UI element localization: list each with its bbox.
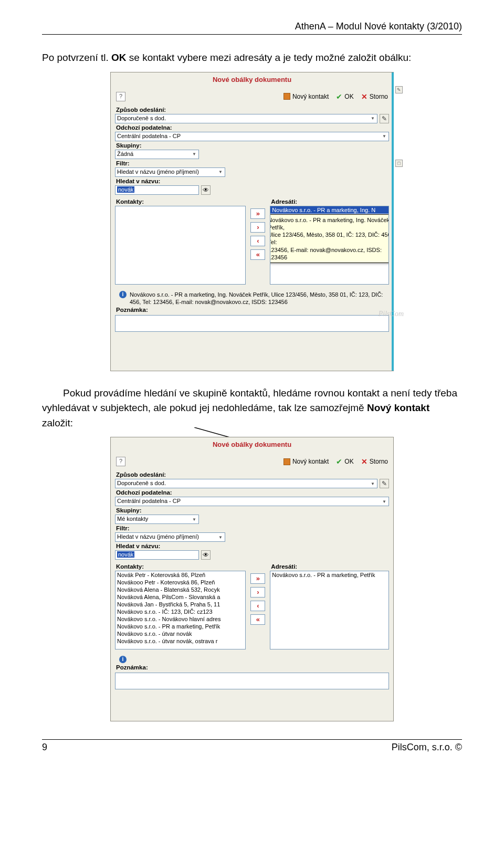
podatelna-select[interactable]: Centrální podatelna - CP ▼ (115, 497, 389, 506)
filtr-select[interactable]: Hledat v názvu (jméno příjmení) ▼ (115, 167, 225, 177)
move-all-right-button[interactable]: » (250, 208, 265, 219)
help-icon[interactable]: ? (116, 457, 125, 466)
chevron-down-icon: ▼ (190, 515, 198, 523)
ok-label: OK (344, 458, 353, 465)
list-item[interactable]: Novák Petr - Koterovská 86, Plzeň (116, 571, 245, 579)
cancel-button[interactable]: ✕ Storno (361, 93, 388, 100)
search-input[interactable]: novák (115, 550, 199, 560)
kontakty-header: Kontakty: (115, 197, 246, 206)
chevron-down-icon: ▼ (380, 497, 388, 506)
adresati-listbox[interactable]: Novákovo s.r.o. - PR a marketing, Ing. N… (270, 206, 389, 285)
list-item[interactable]: Novákovo s.r.o. - PR a marketing, Petřík (116, 623, 245, 630)
folder-icon[interactable]: □ (395, 160, 403, 167)
screenshot-1: ✎ □ Nové obálky dokumentu ? Nový kontakt… (42, 72, 462, 371)
move-buttons: » › ‹ « (249, 562, 267, 649)
page-number: 9 (42, 742, 47, 753)
filtr-label: Filtr: (115, 159, 389, 167)
help-icon[interactable]: ? (116, 92, 125, 101)
list-item[interactable]: Novákovo s.r.o. - PR a marketing, Ing. N (270, 206, 388, 214)
podatelna-value: Centrální podatelna - CP (117, 133, 181, 139)
screenshot-2: Nové obálky dokumentu ? Nový kontakt ✔ O… (42, 437, 462, 721)
move-left-button[interactable]: ‹ (250, 601, 265, 611)
p1-bold: OK (111, 52, 127, 63)
podatelna-select[interactable]: Centrální podatelna - CP ▼ (115, 132, 389, 141)
ok-button[interactable]: ✔ OK (336, 458, 353, 465)
poznamka-textarea[interactable] (115, 315, 389, 332)
filtr-value: Hledat v názvu (jméno příjmení) (117, 533, 199, 540)
adresati-header: Adresáti: (270, 197, 389, 206)
new-contact-icon (284, 93, 290, 100)
skupiny-label: Skupiny: (115, 141, 389, 150)
list-item[interactable]: Novákovo s.r.o. - PR a marketing, Petřík (270, 571, 388, 579)
list-item[interactable]: Novákovo s.r.o. - IČ: 123, DIČ: cz123 (116, 608, 245, 615)
info-icon: i (119, 656, 127, 663)
move-all-left-button[interactable]: « (250, 614, 265, 625)
hledat-label: Hledat v názvu: (115, 177, 389, 185)
skupiny-value: Žádná (117, 151, 133, 157)
list-item[interactable]: Novákovo s.r.o. - útvar novák, ostrava r (116, 637, 245, 645)
zpusob-edit-button[interactable]: ✎ (380, 114, 389, 123)
page-header: AthenA – Modul Nové kontakty (3/2010) (42, 21, 462, 35)
hledat-label: Hledat v názvu: (115, 542, 389, 550)
tooltip-line: Novákovo s.r.o. - PR a marketing, Ing. N… (270, 216, 389, 232)
zpusob-label: Způsob odeslání: (115, 106, 389, 114)
tooltip: Novákovo s.r.o. - PR a marketing, Ing. N… (270, 214, 389, 264)
new-contact-button[interactable]: Nový kontakt (284, 458, 329, 465)
kontakty-listbox[interactable]: Novák Petr - Koterovská 86, PlzeňNovákoo… (115, 571, 246, 649)
toolbar: ? Nový kontakt ✔ OK ✕ Storno (111, 91, 393, 104)
new-contact-label: Nový kontakt (292, 93, 329, 100)
new-contact-button[interactable]: Nový kontakt (284, 93, 329, 100)
filtr-select[interactable]: Hledat v názvu (jméno příjmení) ▼ (115, 532, 225, 542)
list-item[interactable]: Nováková Alena, PilsCom - Slovanská a (116, 593, 245, 601)
move-all-left-button[interactable]: « (250, 249, 265, 260)
check-icon: ✔ (336, 458, 342, 465)
page-footer: 9 PilsCom, s.r.o. © (42, 739, 462, 753)
list-item[interactable]: Nováková Alena - Blatenská 532, Rocyk (116, 586, 245, 593)
ok-label: OK (344, 93, 353, 100)
ok-button[interactable]: ✔ OK (336, 93, 353, 100)
binoculars-icon[interactable]: 👁 (201, 550, 211, 560)
chevron-down-icon: ▼ (369, 479, 377, 488)
check-icon: ✔ (336, 93, 342, 100)
doc-title: AthenA – Modul Nové kontakty (3/2010) (295, 21, 462, 32)
close-icon: ✕ (361, 458, 368, 465)
chevron-down-icon: ▼ (216, 168, 225, 176)
zpusob-select[interactable]: Doporučeně s dod. ▼ (115, 114, 377, 123)
skupiny-select[interactable]: Žádná ▼ (115, 150, 199, 159)
zpusob-edit-button[interactable]: ✎ (380, 479, 389, 488)
search-value: novák (117, 186, 134, 193)
kontakty-listbox[interactable] (115, 206, 246, 285)
paragraph-2: Pokud provádíme hledání ve skupině konta… (42, 386, 462, 431)
new-contact-label: Nový kontakt (292, 458, 329, 465)
move-left-button[interactable]: ‹ (250, 236, 265, 246)
filtr-value: Hledat v názvu (jméno příjmení) (117, 169, 199, 175)
paragraph-1: Po potvrzení tl. OK se kontakt vybere me… (42, 50, 462, 66)
list-item[interactable]: Nováková Jan - Bystřická 5, Praha 5, 11 (116, 601, 245, 608)
skupiny-select[interactable]: Mé kontakty ▼ (115, 515, 199, 524)
move-right-button[interactable]: › (250, 222, 265, 233)
zpusob-value: Doporučeně s dod. (117, 480, 166, 486)
podatelna-value: Centrální podatelna - CP (117, 498, 181, 504)
chevron-down-icon: ▼ (369, 114, 377, 123)
filtr-label: Filtr: (115, 524, 389, 532)
toolbar: ? Nový kontakt ✔ OK ✕ Storno (111, 456, 393, 469)
edit-icon[interactable]: ✎ (395, 86, 403, 93)
zpusob-select[interactable]: Doporučeně s dod. ▼ (115, 479, 377, 488)
search-input[interactable]: novák (115, 185, 199, 195)
move-right-button[interactable]: › (250, 587, 265, 598)
poznamka-label: Poznámka: (115, 663, 389, 672)
poznamka-textarea[interactable] (115, 673, 389, 689)
cancel-button[interactable]: ✕ Storno (361, 458, 388, 465)
info-row: i (115, 654, 389, 663)
move-all-right-button[interactable]: » (250, 573, 265, 584)
cancel-label: Storno (370, 458, 388, 465)
list-item[interactable]: Novákooo Petr - Koterovská 86, Plzeň (116, 579, 245, 586)
list-item[interactable]: Novákovo s.r.o. - útvar novák (116, 630, 245, 637)
close-icon: ✕ (361, 93, 368, 100)
list-item[interactable]: Novákovo s.r.o. - Novákovo hlavní adres (116, 615, 245, 623)
binoculars-icon[interactable]: 👁 (201, 185, 211, 195)
cancel-label: Storno (370, 93, 388, 100)
skupiny-label: Skupiny: (115, 506, 389, 515)
p2-bold: Nový kontakt (367, 402, 429, 413)
adresati-listbox[interactable]: Novákovo s.r.o. - PR a marketing, Petřík (270, 571, 389, 649)
